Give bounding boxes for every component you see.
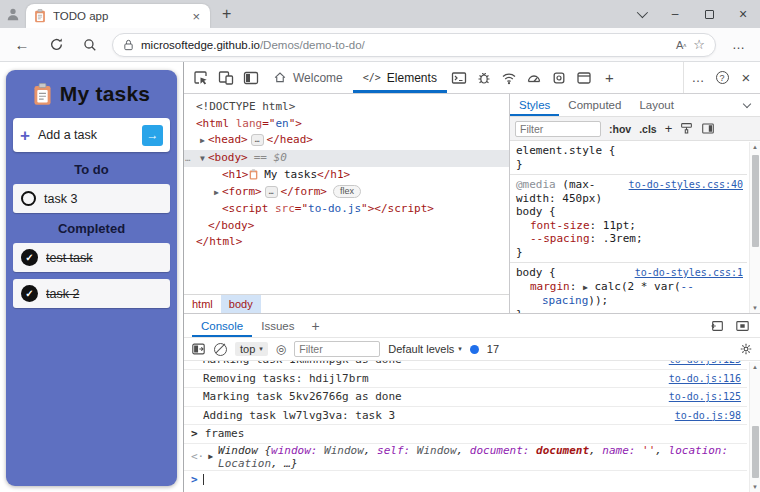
rendering-brush-icon[interactable] bbox=[680, 122, 693, 135]
console-prompt[interactable]: > bbox=[184, 471, 747, 490]
inline-expand-icon[interactable]: … bbox=[251, 134, 264, 146]
inspect-element-icon[interactable] bbox=[188, 62, 213, 93]
profile-avatar-icon[interactable] bbox=[0, 0, 26, 28]
console-sidebar-icon[interactable] bbox=[191, 342, 206, 356]
refresh-button[interactable] bbox=[44, 33, 68, 57]
console-message[interactable]: Marking task 5kv26766g as doneto-do.js:1… bbox=[184, 388, 747, 407]
execution-context-selector[interactable]: top▾ bbox=[235, 342, 268, 356]
breadcrumb-html[interactable]: html bbox=[184, 295, 221, 313]
minimize-button[interactable]: – bbox=[658, 0, 692, 28]
tab-styles[interactable]: Styles bbox=[510, 94, 559, 116]
stylesheet-link[interactable]: to-do-styles.css:40 bbox=[629, 178, 743, 192]
live-expression-eye-icon[interactable]: ◎ bbox=[276, 342, 286, 356]
performance-gauge-icon[interactable] bbox=[522, 62, 547, 93]
breadcrumb-body[interactable]: body bbox=[221, 295, 261, 313]
source-link[interactable]: to-do.js:125 bbox=[669, 391, 741, 402]
more-tools-plus-icon[interactable]: + bbox=[597, 62, 622, 93]
browser-tab[interactable]: TODO app × bbox=[26, 4, 210, 28]
toggle-hover-state-button[interactable]: :hov bbox=[609, 123, 631, 135]
element-style-rule[interactable]: element.style { } bbox=[510, 141, 747, 175]
application-window-icon[interactable] bbox=[572, 62, 597, 93]
dom-html-close[interactable]: </html> bbox=[184, 234, 509, 251]
console-filter-input[interactable] bbox=[294, 341, 380, 357]
clear-console-icon[interactable] bbox=[214, 343, 227, 356]
source-link[interactable]: to-do.js:125 bbox=[669, 361, 741, 365]
node-menu-icon[interactable]: … bbox=[185, 150, 189, 167]
log-levels-dropdown[interactable]: Default levels▾ bbox=[388, 343, 462, 355]
dom-body-close[interactable]: </body> bbox=[184, 218, 509, 235]
source-link[interactable]: to-do.js:98 bbox=[675, 410, 741, 421]
add-drawer-tab-icon[interactable]: + bbox=[303, 314, 327, 337]
task-checkbox-checked[interactable]: ✓ bbox=[21, 285, 38, 302]
css-property[interactable]: font-size: 11pt; bbox=[516, 219, 743, 233]
dom-form[interactable]: ▶<form>…</form>flex bbox=[184, 184, 509, 202]
scrollbar-thumb[interactable] bbox=[752, 155, 759, 247]
task-row[interactable]: ✓ test task bbox=[13, 243, 170, 272]
stylesheet-link[interactable]: to-do-styles.css:1 bbox=[635, 266, 743, 280]
tab-elements[interactable]: </> Elements bbox=[353, 62, 447, 93]
dock-side-icon[interactable] bbox=[238, 62, 263, 93]
close-devtools-icon[interactable]: × bbox=[734, 69, 758, 86]
dom-body-selected[interactable]: …▼<body>== $0 bbox=[184, 150, 509, 168]
more-tabs-chevron-icon[interactable] bbox=[744, 94, 750, 116]
computed-sidebar-icon[interactable] bbox=[701, 122, 715, 135]
tab-close-icon[interactable]: × bbox=[190, 9, 202, 24]
console-messages[interactable]: Marking task 1kmnnhpgk as doneto-do.js:1… bbox=[184, 361, 760, 492]
css-property[interactable]: --spacing: .3rem; bbox=[516, 232, 743, 246]
task-row[interactable]: task 3 bbox=[13, 184, 170, 213]
console-message[interactable]: Marking task 1kmnnhpgk as doneto-do.js:1… bbox=[184, 361, 747, 370]
address-bar[interactable]: microsoftedge.github.io/Demos/demo-to-do… bbox=[112, 33, 716, 57]
tab-layout[interactable]: Layout bbox=[630, 94, 683, 116]
customize-devtools-icon[interactable]: … bbox=[686, 70, 710, 85]
tab-computed[interactable]: Computed bbox=[559, 94, 630, 116]
toggle-classes-button[interactable]: .cls bbox=[639, 123, 657, 135]
task-row[interactable]: ✓ task 2 bbox=[13, 279, 170, 308]
tab-issues[interactable]: Issues bbox=[252, 314, 303, 337]
task-checkbox-checked[interactable]: ✓ bbox=[21, 249, 38, 266]
flex-badge[interactable]: flex bbox=[333, 185, 361, 198]
memory-chip-icon[interactable] bbox=[547, 62, 572, 93]
dom-script[interactable]: <script src="to-do.js"></script> bbox=[184, 201, 509, 218]
add-task-input[interactable]: + Add a task → bbox=[13, 118, 170, 152]
inline-expand-icon[interactable]: … bbox=[265, 186, 278, 198]
css-rule-body-margin[interactable]: to-do-styles.css:1 body { margin: ▶ calc… bbox=[510, 263, 747, 313]
browser-settings-icon[interactable]: … bbox=[728, 37, 750, 52]
read-aloud-icon[interactable]: Aʌ bbox=[676, 39, 686, 51]
styles-rules[interactable]: element.style { } to-do-styles.css:40 @m… bbox=[510, 141, 760, 313]
issues-bug-icon[interactable] bbox=[472, 62, 497, 93]
expand-object-icon[interactable]: ▶ bbox=[208, 452, 213, 461]
help-icon[interactable]: ? bbox=[710, 71, 734, 84]
task-checkbox[interactable] bbox=[21, 191, 36, 206]
expand-value-icon[interactable]: ▶ bbox=[583, 283, 588, 292]
favorite-star-icon[interactable]: ☆ bbox=[693, 37, 705, 52]
maximize-button[interactable] bbox=[692, 0, 726, 28]
console-settings-gear-icon[interactable] bbox=[739, 342, 753, 356]
submit-task-button[interactable]: → bbox=[142, 125, 163, 146]
device-emulation-icon[interactable] bbox=[213, 62, 238, 93]
network-wifi-icon[interactable] bbox=[497, 62, 522, 93]
styles-filter-input[interactable] bbox=[515, 121, 601, 137]
dom-head[interactable]: ▶<head>…</head> bbox=[184, 132, 509, 150]
console-input-echo[interactable]: >frames bbox=[184, 425, 747, 444]
tab-console[interactable]: Console bbox=[192, 314, 252, 337]
console-scrollbar[interactable]: ▲ ▼ bbox=[749, 362, 760, 492]
search-icon[interactable] bbox=[78, 33, 102, 57]
dom-html-open[interactable]: <html lang="en"> bbox=[184, 116, 509, 133]
source-link[interactable]: to-do.js:116 bbox=[669, 373, 741, 384]
expand-drawer-icon[interactable] bbox=[735, 319, 750, 333]
console-result[interactable]: <· ▶ Window {window: Window, self: Windo… bbox=[184, 444, 747, 471]
console-message[interactable]: Removing tasks: hdijl7brmto-do.js:116 bbox=[184, 370, 747, 389]
console-message[interactable]: Adding task lw7lvg3va: task 3to-do.js:98 bbox=[184, 407, 747, 426]
styles-scrollbar[interactable]: ▲ ▼ bbox=[749, 142, 760, 313]
dom-tree[interactable]: <!DOCTYPE html> <html lang="en"> ▶<head>… bbox=[184, 94, 509, 294]
new-style-rule-icon[interactable]: + bbox=[665, 121, 673, 136]
dom-h1[interactable]: <h1> My tasks</h1> bbox=[184, 167, 509, 184]
css-rule-media[interactable]: to-do-styles.css:40 @media (max-width: 4… bbox=[510, 175, 747, 263]
dom-doctype[interactable]: <!DOCTYPE html> bbox=[184, 99, 509, 116]
new-tab-button[interactable]: + bbox=[222, 5, 231, 23]
scrollbar-thumb[interactable] bbox=[752, 426, 759, 478]
dock-drawer-icon[interactable] bbox=[710, 319, 725, 333]
back-button[interactable]: ← bbox=[10, 33, 34, 57]
window-menu-chevron-icon[interactable] bbox=[624, 0, 658, 28]
css-property[interactable]: margin: ▶ calc(2 * var(--spacing)); bbox=[516, 280, 743, 308]
